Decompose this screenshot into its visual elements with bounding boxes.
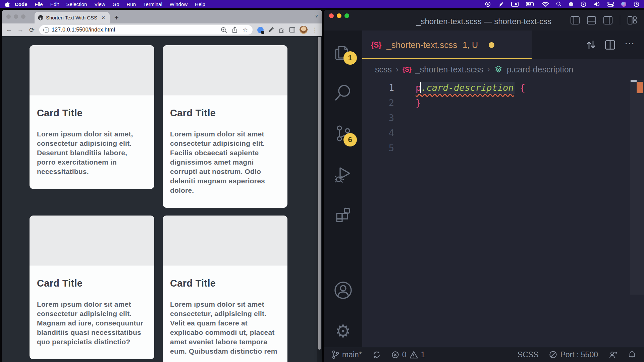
problems-status[interactable]: 0 1 — [391, 350, 425, 359]
menu-item-go[interactable]: Go — [109, 1, 123, 7]
sidebar-item-extensions[interactable] — [333, 205, 353, 225]
browser-tab[interactable]: Shorten Text With CSS ✕ — [35, 12, 110, 23]
toggle-primary-sidebar-icon[interactable] — [571, 16, 580, 24]
back-button[interactable]: ← — [5, 26, 13, 34]
sidebar-item-run-debug[interactable] — [333, 165, 353, 184]
feedback-button[interactable] — [609, 351, 618, 359]
tab-filename: _shorten-text.scss — [386, 40, 457, 50]
more-actions-icon[interactable]: ⋯ — [625, 43, 635, 47]
volume-icon[interactable] — [594, 2, 600, 7]
url-text: 127.0.0.1:5500/index.html — [52, 27, 115, 33]
card-2-title: Card Title — [170, 108, 280, 119]
reload-button[interactable]: ⟳ — [28, 26, 36, 34]
password-extension-icon[interactable] — [257, 27, 264, 33]
card-3-description: Lorem ipsum dolor sit amet consectetur a… — [37, 300, 147, 347]
menu-item-code[interactable]: Code — [11, 1, 31, 7]
new-tab-button[interactable]: + — [114, 13, 119, 23]
breadcrumb-symbol[interactable]: p.card-description — [507, 65, 574, 74]
code-line-2[interactable]: 2 } — [362, 95, 644, 110]
control-center-icon[interactable] — [607, 2, 614, 7]
circle-slash-icon — [549, 351, 557, 359]
bookmark-star-icon[interactable]: ☆ — [243, 26, 248, 34]
menu-item-run[interactable]: Run — [123, 1, 140, 7]
card-4-image-placeholder — [163, 216, 287, 266]
screen-mirroring-icon[interactable] — [511, 2, 519, 7]
sync-changes-button[interactable] — [373, 351, 381, 359]
close-brace-token: } — [394, 95, 421, 110]
minimize-window-button[interactable] — [14, 14, 18, 19]
forward-button[interactable]: → — [16, 26, 24, 34]
browser-tabstrip: Shorten Text With CSS ✕ + ∨ — [2, 10, 322, 23]
site-info-icon[interactable]: i — [43, 27, 49, 33]
line-number: 4 — [362, 125, 394, 140]
page-scrollbar-thumb[interactable] — [318, 37, 321, 350]
page-scrollbar[interactable] — [317, 36, 322, 362]
code-line-5[interactable]: 5 — [362, 140, 644, 156]
menu-item-view[interactable]: View — [91, 1, 109, 7]
sidebar-item-explorer[interactable]: 1 — [333, 42, 353, 61]
line-number: 2 — [362, 95, 394, 110]
sidebar-item-source-control[interactable]: 6 — [333, 124, 353, 143]
breadcrumb-folder[interactable]: scss — [375, 65, 392, 74]
clock-icon[interactable] — [634, 1, 639, 7]
apple-logo-icon[interactable] — [5, 1, 10, 7]
unsaved-changes-dot[interactable] — [489, 42, 494, 48]
code-line-1[interactable]: 1 p.card-description { — [362, 80, 644, 95]
code-line-3[interactable]: 3 — [362, 110, 644, 125]
split-editor-icon[interactable] — [605, 40, 615, 50]
address-bar[interactable]: i 127.0.0.1:5500/index.html ☆ — [39, 25, 253, 35]
overview-warning-mark — [637, 82, 643, 93]
live-server-port[interactable]: Port : 5500 — [549, 350, 598, 359]
zoom-page-icon[interactable] — [221, 27, 227, 33]
wifi-icon[interactable] — [542, 2, 549, 7]
breadcrumb-file[interactable]: _shorten-text.scss — [415, 65, 483, 74]
colorpicker-extension-icon[interactable] — [268, 27, 274, 33]
vscode-titlebar: _shorten-text.scss — shorten-text-css — [324, 10, 644, 31]
menubar-status-icons — [485, 1, 639, 7]
menu-item-window[interactable]: Window — [166, 1, 191, 7]
sidebar-item-account[interactable] — [333, 281, 353, 300]
rocket-icon[interactable] — [498, 1, 504, 7]
sidebar-item-settings[interactable]: ⚙ — [333, 321, 353, 341]
tab-overview-chevron-icon[interactable]: ∨ — [315, 13, 318, 18]
share-icon[interactable] — [232, 26, 238, 33]
card-1-description: Lorem ipsum dolor sit amet, consectetur … — [37, 129, 147, 176]
menu-item-edit[interactable]: Edit — [47, 1, 63, 7]
profile-avatar[interactable] — [300, 26, 308, 34]
editor-group: {S} _shorten-text.scss 1, U ⋯ scss › {S}… — [362, 31, 644, 347]
menu-item-terminal[interactable]: Terminal — [140, 1, 166, 7]
siri-icon[interactable] — [621, 2, 626, 7]
menu-item-selection[interactable]: Selection — [63, 1, 91, 7]
activity-bar: 1 6 ⚙ — [324, 31, 362, 347]
spotlight-search-icon[interactable] — [556, 1, 561, 7]
close-window-button[interactable] — [6, 14, 11, 19]
sidebar-item-search[interactable] — [333, 83, 353, 102]
open-changes-icon[interactable] — [586, 40, 596, 50]
extensions-puzzle-icon[interactable] — [278, 27, 285, 33]
card-2-image-placeholder — [163, 45, 287, 96]
do-not-disturb-icon[interactable] — [569, 2, 573, 6]
record-icon[interactable] — [485, 1, 491, 7]
editor-scrollbar[interactable] — [630, 80, 644, 295]
notifications-bell-icon[interactable] — [628, 351, 636, 359]
code-line-4[interactable]: 4 — [362, 125, 644, 140]
side-panel-icon[interactable] — [289, 27, 295, 33]
menu-item-file[interactable]: File — [31, 1, 47, 7]
breadcrumb: scss › {S} _shorten-text.scss › p.card-d… — [362, 59, 644, 79]
zoom-window-button[interactable] — [21, 14, 25, 19]
git-branch-status[interactable]: main* — [332, 350, 362, 359]
status-bar: main* 0 1 SCSS Port : 5500 — [324, 347, 644, 362]
toggle-panel-icon[interactable] — [587, 16, 596, 24]
code-editor[interactable]: 1 p.card-description { 2 } 3 4 5 — [362, 79, 644, 347]
editor-actions: ⋯ — [586, 31, 644, 59]
language-mode[interactable]: SCSS — [518, 350, 539, 359]
editor-tab-shorten-text[interactable]: {S} _shorten-text.scss 1, U — [362, 31, 532, 59]
battery-icon[interactable] — [526, 2, 535, 6]
toggle-secondary-sidebar-icon[interactable] — [603, 16, 612, 24]
line-number: 5 — [362, 140, 394, 156]
play-circle-icon[interactable] — [581, 1, 586, 7]
customize-layout-icon[interactable] — [628, 16, 637, 24]
browser-menu-icon[interactable]: ⋮ — [312, 26, 318, 34]
close-tab-icon[interactable]: ✕ — [100, 15, 106, 20]
menu-item-help[interactable]: Help — [191, 1, 209, 7]
